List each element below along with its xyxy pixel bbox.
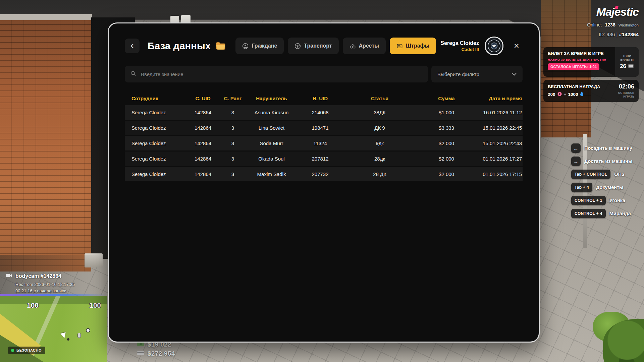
table-cell: 142864 [190,171,216,177]
keybind-hints: ← Посадить в машину → Достать из машины … [571,143,632,219]
player-id: ID: 936 | #142864 [599,32,639,37]
tab-label: Штрафы [406,43,429,49]
bank-card-icon [137,350,145,357]
bodycam-rec-line: Rec from 2026-01-16 12:17:35 [15,282,75,287]
server-name: Washington [619,23,639,27]
table-cell: $3 333 [412,125,481,131]
table-header: Сотрудник С. UID С. Ранг Нарушитель Н. U… [125,91,523,105]
table-cell: 01.01.2026 17:15 [481,171,525,177]
safe-zone-label: БЕЗОПАСНО [16,348,42,352]
table-cell: 142864 [190,140,216,146]
tickets-count: 26 [620,63,626,70]
arrow-right-key-icon: → [571,157,581,166]
minimap-blip-icon [86,328,90,333]
keybind-label: Достать из машины [584,159,632,164]
minimap-player-arrow-icon [60,332,67,339]
user-rank: Cadet III [440,47,479,52]
table-cell: Maxim Sadik [250,171,293,177]
table-cell: 01.01.2026 17:27 [481,156,525,162]
column-header: Сотрудник [125,96,190,101]
tickets-label: ТВОИ БИЛЕТЫ [618,54,636,62]
minimap-street-number: 100 [27,301,39,309]
table-cell: 38ДК [347,110,412,115]
column-header: Нарушитель [250,96,293,101]
column-header: С. Ранг [216,96,250,101]
keybind-label: Документы [596,185,624,190]
plus-sign: + [564,92,567,97]
reward-info: БЕСПЛАТНАЯ НАГРАДА 200 + 1000 [548,84,613,98]
modal-header: ‹ База данных Граждане Транспорт [125,36,523,56]
majestic-logo: Majestic [596,5,639,18]
table-row: Serega Cloidez 142864 3 Lina Sowiet 1984… [125,121,523,136]
table-cell: $2 000 [412,171,481,177]
minimap-street-number: 100 [89,301,101,309]
keybind-label: Угонка [609,198,625,203]
table-row: Serega Cloidez 142864 3 Asuma Kirasun 21… [125,105,523,121]
search-input[interactable] [140,71,423,77]
table-cell: 214068 [293,110,347,115]
background-sign [181,15,191,23]
search-box[interactable] [125,66,428,82]
minimap-ped-icon [77,333,81,338]
chevron-left-icon: ‹ [130,40,134,51]
promo-timer-label: ОСТАЛОСЬ ИГРАТЬ: [550,65,588,69]
handcuffs-icon [350,43,356,49]
close-button[interactable]: × [511,40,523,52]
key-chip: Tab + CONTROL [571,170,610,179]
database-modal: ‹ База данных Граждане Транспорт [108,22,540,343]
tab-arrests[interactable]: Аресты [343,38,386,54]
table-cell: $2 000 [412,156,481,162]
arrow-left-key-icon: ← [571,143,581,153]
tab-label: Граждане [252,43,277,49]
keybind-label: Посадить в машину [584,145,632,151]
bodycam-title-row: bodycam #142864 [5,272,75,281]
fines-table: Сотрудник С. UID С. Ранг Нарушитель Н. U… [125,91,523,182]
table-cell: Serega Cloidez [125,171,190,177]
id-prefix: ID: 936 | [599,32,618,37]
back-button[interactable]: ‹ [125,39,140,53]
reward-amount-b: 1000 [568,92,578,97]
table-row: Serega Cloidez 142864 3 Maxim Sadik 2077… [125,167,523,182]
table-cell: 28дк [347,156,412,162]
reward-amount-a: 200 [548,92,555,97]
table-row: Serega Cloidez 142864 3 Soda Murr 11324 … [125,136,523,152]
page-title: База данных [148,41,211,52]
chevron-down-icon [512,71,517,77]
column-header: С. UID [190,96,216,101]
online-label: Online: [587,22,602,27]
table-cell: 28 ДК [347,171,412,177]
column-header: Статья [347,96,412,101]
online-count: 1238 [605,22,615,27]
table-cell: Lina Sowiet [250,125,293,131]
person-icon [242,43,249,49]
user-info: Serega Cloidez Cadet III [440,40,479,52]
promo-info: БИЛЕТ ЗА ВРЕМЯ В ИГРЕ НУЖНО 30 БИЛЕТОВ Д… [543,47,615,77]
tab-transport[interactable]: Транспорт [288,38,338,54]
keybind-row: Tab + CONTROL ОПЗ [571,169,632,179]
filter-dropdown[interactable]: Выберите фильтр [431,66,523,82]
table-cell: 142864 [190,110,216,115]
table-cell: 198471 [293,125,347,131]
safe-dot-icon [11,349,14,352]
keybind-row: Tab + 4 Документы [571,182,632,192]
table-cell: $2 000 [412,140,481,146]
bodycam-title: bodycam #142864 [15,273,61,279]
table-cell: Soda Murr [250,140,293,146]
keybind-label: Миранда [609,211,631,216]
user-name: Serega Cloidez [440,40,479,46]
fine-card-icon [396,43,403,49]
ticket-icon [628,63,634,70]
column-header: Сумма [412,96,481,101]
table-body: Serega Cloidez 142864 3 Asuma Kirasun 21… [125,105,523,182]
tab-fines[interactable]: Штрафы [390,38,436,54]
key-chip: Tab + 4 [571,183,592,192]
table-cell: 207732 [293,171,347,177]
tickets-counter: ТВОИ БИЛЕТЫ 26 [615,47,639,77]
table-cell: 11324 [293,140,347,146]
tab-citizens[interactable]: Граждане [235,38,284,54]
bank-row: $272 954 [137,350,175,358]
tab-label: Транспорт [304,43,332,49]
table-cell: 3 [216,140,250,146]
table-cell: Asuma Kirasun [250,110,293,115]
promo-title: БИЛЕТ ЗА ВРЕМЯ В ИГРЕ [548,51,612,56]
